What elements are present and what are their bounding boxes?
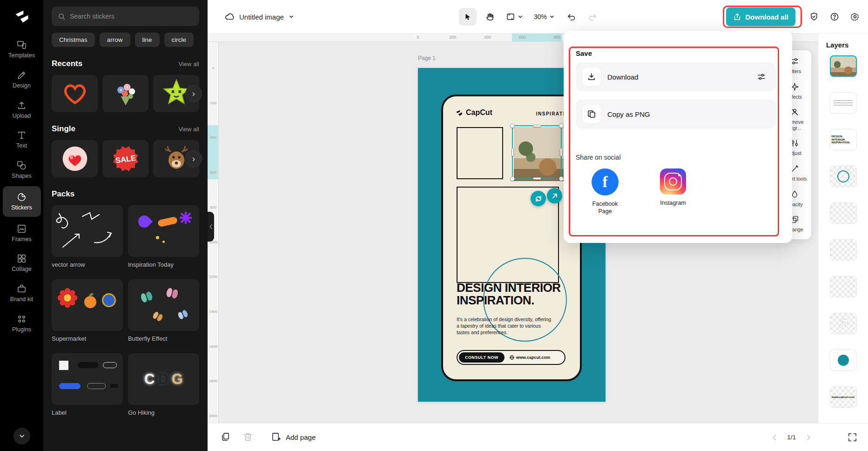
chip-christmas[interactable]: Christmas <box>52 33 95 47</box>
sticker-flower-bouquet[interactable] <box>102 75 148 112</box>
copy-option-label: Copy as PNG <box>607 110 650 118</box>
page-indicator: 1/1 <box>787 434 796 441</box>
poster-cta-row[interactable]: CONSULT NOW www.capcut.com <box>457 350 565 365</box>
selection-handle-e[interactable] <box>560 148 562 156</box>
sidebar-item-frames[interactable]: Frames <box>3 219 41 247</box>
facebook-label: Facebook Page <box>585 201 625 215</box>
sticker-heart-outline[interactable] <box>52 75 98 112</box>
search-input[interactable] <box>70 13 193 20</box>
selection-handle-sw[interactable] <box>510 176 515 181</box>
add-page-button[interactable]: Add page <box>271 432 316 443</box>
capcut-logo[interactable] <box>11 6 33 27</box>
undo-button[interactable] <box>562 8 580 26</box>
sidebar-item-templates[interactable]: Templates <box>3 35 41 63</box>
sidebar-item-upload[interactable]: Upload <box>3 96 41 124</box>
download-option[interactable]: Download <box>576 62 776 91</box>
pack-go-hiking[interactable]: C D G Go Hiking <box>128 353 199 416</box>
capcut-editor: Templates Design Upload Text Shapes Stic… <box>0 0 868 451</box>
poster-image-placeholder[interactable] <box>457 127 503 179</box>
help-icon[interactable] <box>830 12 839 21</box>
pack-label-pack[interactable]: Label <box>52 353 123 416</box>
cursor-icon <box>464 13 472 21</box>
sidebar-item-label: Collage <box>12 266 31 273</box>
zoom-level-button[interactable]: 30% <box>531 8 558 26</box>
single-view-all[interactable]: View all <box>178 126 199 133</box>
facebook-share-button[interactable]: f Facebook Page <box>585 168 625 215</box>
layer-thumb-transparent-2[interactable] <box>830 239 857 261</box>
pack-vector-arrow[interactable]: vector arrow <box>52 205 123 268</box>
hand-tool-button[interactable] <box>481 8 498 26</box>
consult-now-button[interactable]: CONSULT NOW <box>459 352 505 363</box>
pack-inspiration-today[interactable]: Inspiration Today <box>128 205 199 268</box>
single-more-button[interactable]: › <box>185 150 202 167</box>
layer-thumb-teal-dot[interactable] <box>830 350 857 371</box>
select-tool-button[interactable] <box>459 8 477 26</box>
project-title[interactable]: Untitled image <box>239 13 284 21</box>
chip-arrow[interactable]: arrow <box>100 33 130 47</box>
sidebar-item-shapes[interactable]: Shapes <box>3 156 41 184</box>
prev-page-icon[interactable] <box>770 433 779 442</box>
layer-thumb-body-text[interactable] <box>830 92 857 114</box>
layer-thumb-circle-outline[interactable] <box>830 166 857 187</box>
page-label[interactable]: Page 1 <box>418 55 436 61</box>
sidebar-item-plugins[interactable]: Plugins <box>3 310 41 337</box>
selection-handle-s[interactable] <box>533 177 541 180</box>
chevron-down-icon[interactable] <box>289 14 294 20</box>
pack-supermarket[interactable]: Supermarket <box>52 279 123 342</box>
settings-gear-icon[interactable] <box>850 12 860 21</box>
download-all-button[interactable]: Download all <box>726 7 795 26</box>
selection-handle-nw[interactable] <box>510 123 515 128</box>
selection-handle-se[interactable] <box>559 176 564 181</box>
selection-handle-ne[interactable] <box>559 123 564 128</box>
selection-overlay[interactable] <box>512 125 562 179</box>
sidebar-item-text[interactable]: Text <box>3 126 41 154</box>
share-on-social-label: Share on social <box>576 154 621 161</box>
search-box[interactable] <box>52 7 199 26</box>
rail-more-button[interactable] <box>13 428 30 444</box>
ruler-left-label: 2000 <box>208 414 219 418</box>
copy-as-png-option[interactable]: Copy as PNG <box>576 100 776 128</box>
sidebar-item-brand-kit[interactable]: Brand kit <box>3 279 41 307</box>
layer-thumb-photo[interactable] <box>830 55 857 77</box>
chip-line[interactable]: line <box>135 33 160 47</box>
instagram-label: Instagram <box>660 200 686 207</box>
open-link-button[interactable] <box>547 188 562 203</box>
layer-thumb-transparent-3[interactable] <box>830 276 857 297</box>
shield-check-icon[interactable] <box>809 12 819 21</box>
selection-handle-w[interactable] <box>511 148 514 156</box>
poster-body-text[interactable]: It's a celebration of design diversity, … <box>457 316 553 336</box>
upload-icon <box>16 100 27 111</box>
replace-image-button[interactable] <box>531 191 546 206</box>
sticker-glossy-heart[interactable] <box>52 140 98 177</box>
chip-circle[interactable]: circle <box>164 33 194 47</box>
fit-screen-icon[interactable] <box>847 432 858 443</box>
sidebar-item-design[interactable]: Design <box>3 66 41 94</box>
recents-view-all[interactable]: View all <box>178 61 199 67</box>
layer-thumb-transparent-1[interactable] <box>830 202 857 224</box>
instagram-share-button[interactable]: Instagram <box>653 168 693 207</box>
poster-heading[interactable]: DESIGN INTERIOR INSPIRATION. <box>457 282 561 307</box>
layer-thumb-website[interactable]: www.capcut.com <box>830 386 857 408</box>
next-page-icon[interactable] <box>804 433 813 442</box>
cloud-status-icon[interactable] <box>224 12 235 22</box>
layer-thumb-heading[interactable]: DESIGN INTERIOR INSPIRATION. <box>830 129 857 150</box>
layer-thumb-arrow[interactable] <box>830 313 857 334</box>
download-settings-icon[interactable] <box>754 69 769 85</box>
ruler-top-label: 400 <box>484 35 491 40</box>
pack-butterfly-effect[interactable]: Butterfly Effect <box>128 279 199 342</box>
poster-website: www.capcut.com <box>510 355 550 360</box>
resize-canvas-button[interactable] <box>503 8 526 26</box>
sticker-sale-burst[interactable]: SALE <box>102 140 148 177</box>
duplicate-page-icon[interactable] <box>221 432 231 443</box>
recents-more-button[interactable]: › <box>185 85 202 102</box>
canvas-size-icon <box>506 12 515 21</box>
download-popover: Save Download Copy as PNG Share on socia… <box>564 31 792 243</box>
redo-button[interactable] <box>584 8 602 26</box>
delete-page-icon[interactable] <box>242 432 253 443</box>
sidebar-item-label: Text <box>16 143 27 149</box>
sidebar-item-stickers[interactable]: Stickers <box>3 186 41 217</box>
selection-handle-n[interactable] <box>533 125 541 127</box>
redo-icon <box>588 12 598 21</box>
sidebar-item-collage[interactable]: Collage <box>3 249 41 277</box>
panel-collapse-handle[interactable] <box>208 212 214 242</box>
